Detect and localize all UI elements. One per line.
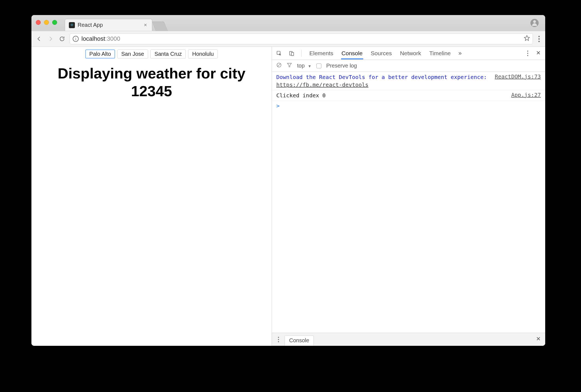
devtools-panel: Elements Console Sources Network Timelin…: [272, 47, 545, 346]
back-button[interactable]: [35, 35, 43, 43]
window-controls: [36, 20, 57, 25]
console-log-row: Download the React DevTools for a better…: [272, 72, 545, 90]
svg-rect-3: [291, 52, 294, 55]
page-headline: Displaying weather for city 12345: [31, 60, 272, 100]
city-button-palo-alto[interactable]: Palo Alto: [85, 49, 115, 58]
url-host: localhost: [81, 35, 105, 42]
console-log-message: Clicked index 0: [276, 92, 507, 99]
tab-close-button[interactable]: ×: [143, 22, 148, 28]
city-button-santa-cruz[interactable]: Santa Cruz: [150, 49, 186, 58]
devtools-tab-timeline[interactable]: Timeline: [429, 47, 451, 59]
svg-marker-8: [287, 63, 292, 67]
devtools-tab-network[interactable]: Network: [400, 47, 422, 59]
drawer-tab-console[interactable]: Console: [284, 335, 314, 346]
filter-icon[interactable]: [287, 62, 292, 69]
chevron-down-icon: ▼: [308, 64, 312, 68]
drawer-close-button[interactable]: [536, 336, 541, 343]
city-button-honolulu[interactable]: Honolulu: [188, 49, 218, 58]
browser-toolbar: i localhost:3000: [31, 31, 545, 47]
preserve-log-checkbox[interactable]: [316, 63, 321, 68]
react-favicon-icon: ⚛: [69, 22, 75, 28]
forward-button[interactable]: [47, 35, 54, 43]
window-zoom-button[interactable]: [52, 20, 57, 25]
console-filter-bar: top ▼ Preserve log: [272, 60, 545, 72]
execution-context-selector[interactable]: top ▼: [297, 63, 312, 69]
devtools-tab-bar: Elements Console Sources Network Timelin…: [272, 47, 545, 60]
tab-title: React App: [78, 22, 103, 28]
clear-console-icon[interactable]: [276, 62, 282, 69]
console-log-link[interactable]: https://fb.me/react-devtools: [276, 81, 368, 88]
url-port: :3000: [105, 35, 120, 42]
devtools-drawer: Console: [272, 333, 545, 346]
devtools-tabs-overflow-icon[interactable]: »: [458, 50, 462, 57]
bookmark-star-icon[interactable]: [524, 35, 530, 43]
new-tab-button[interactable]: [152, 22, 168, 31]
browser-window: ⚛ React App × i localhost:3000: [31, 15, 545, 346]
console-prompt[interactable]: >: [272, 101, 545, 111]
console-output: Download the React DevTools for a better…: [272, 72, 545, 333]
window-close-button[interactable]: [36, 20, 41, 25]
devtools-tab-elements[interactable]: Elements: [309, 47, 334, 59]
preserve-log-label: Preserve log: [326, 63, 357, 69]
reload-button[interactable]: [58, 35, 66, 43]
inspect-element-icon[interactable]: [276, 51, 282, 56]
drawer-menu-button[interactable]: [276, 337, 281, 342]
svg-marker-0: [524, 36, 529, 40]
devtools-menu-button[interactable]: [526, 51, 530, 56]
profile-avatar-icon[interactable]: [530, 19, 539, 27]
address-bar[interactable]: i localhost:3000: [70, 33, 533, 44]
browser-tab[interactable]: ⚛ React App ×: [65, 19, 152, 31]
device-toolbar-icon[interactable]: [289, 51, 294, 56]
tab-strip: ⚛ React App ×: [31, 15, 545, 31]
devtools-tab-sources[interactable]: Sources: [370, 47, 392, 59]
console-log-source[interactable]: ReactDOM.js:73: [495, 73, 541, 80]
browser-menu-button[interactable]: [537, 36, 541, 42]
console-log-row: Clicked index 0 App.js:27: [272, 90, 545, 101]
separator: [301, 50, 302, 57]
site-info-icon[interactable]: i: [73, 36, 79, 42]
console-log-message: Download the React DevTools for a better…: [276, 73, 491, 89]
devtools-close-button[interactable]: [536, 50, 541, 57]
console-log-source[interactable]: App.js:27: [511, 92, 541, 98]
devtools-tab-console[interactable]: Console: [341, 47, 363, 59]
city-button-san-jose[interactable]: San Jose: [117, 49, 148, 58]
city-button-row: Palo Alto San Jose Santa Cruz Honolulu: [31, 47, 272, 60]
window-minimize-button[interactable]: [44, 20, 49, 25]
svg-line-7: [278, 64, 280, 66]
page-viewport: Palo Alto San Jose Santa Cruz Honolulu D…: [31, 47, 272, 346]
